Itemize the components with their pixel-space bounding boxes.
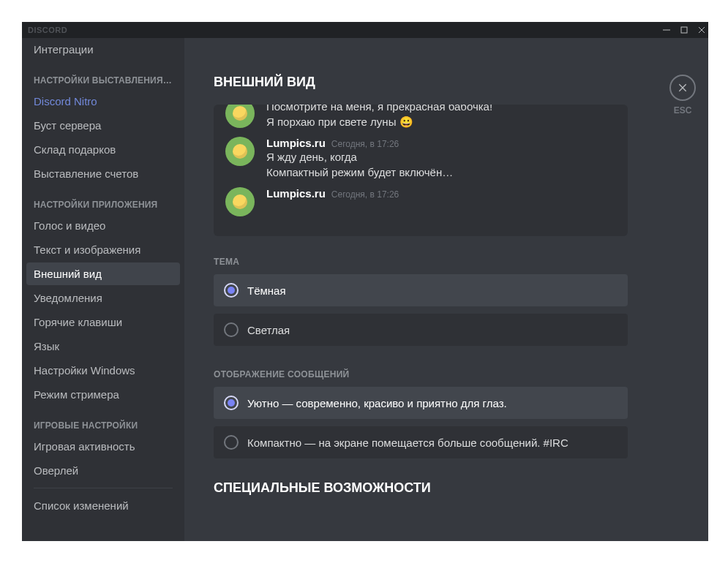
sidebar-divider: [34, 488, 173, 488]
radio-label: Компактно — на экране помещается больше …: [247, 437, 568, 449]
settings-sidebar: Интеграции НАСТРОЙКИ ВЫСТАВЛЕНИЯ… Discor…: [22, 38, 184, 541]
message-username: Lumpics.ru: [266, 187, 326, 200]
display-option-compact[interactable]: Компактно — на экране помещается больше …: [214, 426, 628, 458]
maximize-button[interactable]: [680, 26, 688, 34]
sidebar-header-app: НАСТРОЙКИ ПРИЛОЖЕНИЯ: [26, 186, 180, 214]
sidebar-header-game: ИГРОВЫЕ НАСТРОЙКИ: [26, 407, 180, 435]
message-username: Lumpics.ru: [266, 137, 326, 149]
theme-option-light[interactable]: Светлая: [214, 314, 628, 346]
sidebar-item-changelog[interactable]: Список изменений: [26, 494, 180, 517]
message-text: Посмотрите на меня, я прекрасная бабочка…: [266, 105, 616, 114]
avatar: [225, 105, 255, 128]
sidebar-item-boost[interactable]: Буст сервера: [26, 114, 180, 137]
sidebar-item-notifications[interactable]: Уведомления: [26, 287, 180, 309]
section-label-display: ОТОБРАЖЕНИЕ СООБЩЕНИЙ: [214, 369, 628, 379]
page-title: ВНЕШНИЙ ВИД: [214, 75, 628, 90]
section-title-accessibility: СПЕЦИАЛЬНЫЕ ВОЗМОЖНОСТИ: [214, 480, 628, 496]
minimize-button[interactable]: [663, 26, 670, 34]
sidebar-item-windows[interactable]: Настройки Windows: [26, 359, 180, 382]
app-window: DISCORD Интеграции НАСТРОЙКИ ВЫСТАВЛЕНИЯ…: [22, 22, 708, 541]
radio-label: Уютно — современно, красиво и приятно дл…: [247, 397, 507, 409]
appearance-preview: Посмотрите на меня, я прекрасная бабочка…: [214, 105, 628, 236]
message-text: Компактный режим будет включён…: [266, 165, 616, 180]
avatar: [225, 187, 255, 216]
preview-message: Lumpics.ru Сегодня, в 17:26 Я жду день, …: [225, 131, 616, 181]
section-label-theme: ТЕМА: [214, 257, 628, 267]
radio-icon: [224, 322, 239, 337]
body: Интеграции НАСТРОЙКИ ВЫСТАВЛЕНИЯ… Discor…: [22, 38, 708, 541]
sidebar-item-voice[interactable]: Голос и видео: [26, 214, 180, 237]
sidebar-item-overlay[interactable]: Оверлей: [26, 459, 180, 482]
close-window-button[interactable]: [698, 26, 705, 34]
preview-message: Посмотрите на меня, я прекрасная бабочка…: [225, 105, 616, 131]
message-timestamp: Сегодня, в 17:26: [331, 139, 399, 149]
avatar: [225, 137, 255, 166]
sidebar-item-appearance[interactable]: Внешний вид: [26, 262, 180, 285]
window-controls: [663, 26, 705, 34]
sidebar-header-billing: НАСТРОЙКИ ВЫСТАВЛЕНИЯ…: [26, 62, 180, 90]
radio-icon: [224, 435, 239, 450]
brand-wordmark: DISCORD: [28, 26, 67, 34]
message-text: Я порхаю при свете луны 😀: [266, 114, 616, 129]
message-timestamp: Сегодня, в 17:26: [331, 189, 399, 200]
sidebar-item-hotkeys[interactable]: Горячие клавиши: [26, 311, 180, 333]
main-area: ВНЕШНИЙ ВИД Посмотрите на меня, я прекра…: [184, 38, 708, 541]
radio-label: Тёмная: [247, 284, 286, 297]
sidebar-item-activity[interactable]: Игровая активность: [26, 435, 180, 458]
titlebar: DISCORD: [22, 22, 708, 38]
display-option-cozy[interactable]: Уютно — современно, красиво и приятно дл…: [214, 387, 628, 419]
esc-label: ESC: [674, 105, 692, 116]
close-settings-button[interactable]: [669, 75, 696, 101]
sidebar-item-nitro[interactable]: Discord Nitro: [26, 90, 180, 113]
sidebar-item-billing[interactable]: Выставление счетов: [26, 162, 180, 185]
svg-rect-0: [681, 27, 687, 33]
close-icon: [677, 82, 688, 94]
sidebar-item-gifts[interactable]: Склад подарков: [26, 138, 180, 161]
message-text: Я жду день, когда: [266, 149, 616, 165]
sidebar-item-streamer[interactable]: Режим стримера: [26, 383, 180, 406]
preview-message: Lumpics.ru Сегодня, в 17:26: [225, 181, 616, 218]
sidebar-item-language[interactable]: Язык: [26, 335, 180, 358]
sidebar-item-integrations[interactable]: Интеграции: [26, 38, 180, 61]
theme-option-dark[interactable]: Тёмная: [214, 274, 628, 306]
radio-label: Светлая: [247, 324, 290, 336]
radio-icon: [224, 396, 239, 410]
close-column: ESC: [657, 38, 708, 541]
sidebar-item-text[interactable]: Текст и изображения: [26, 238, 180, 261]
settings-content: ВНЕШНИЙ ВИД Посмотрите на меня, я прекра…: [184, 38, 657, 541]
radio-icon: [224, 283, 239, 298]
